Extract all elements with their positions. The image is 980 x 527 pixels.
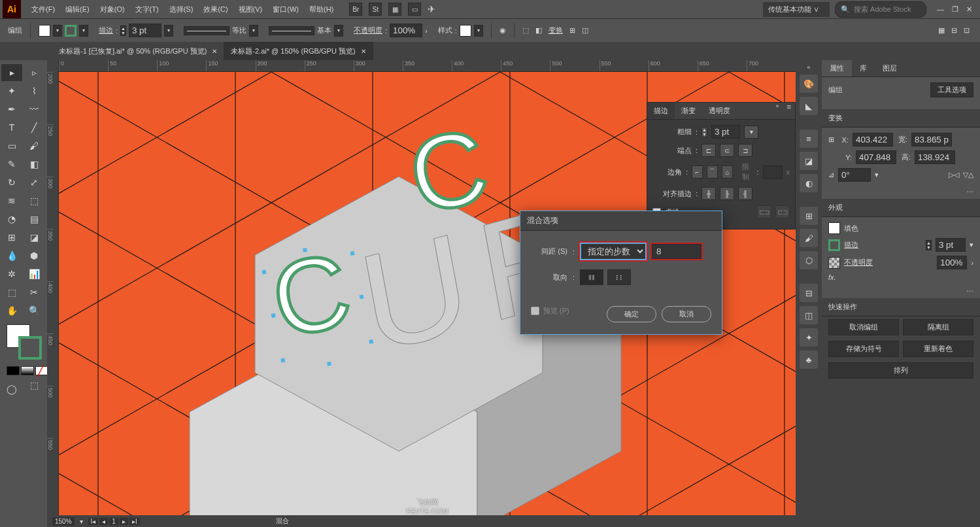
opacity-val[interactable] bbox=[937, 256, 967, 269]
cap-square[interactable]: ⊐ bbox=[738, 144, 752, 157]
orient-path[interactable]: ⫶⫶ bbox=[607, 269, 631, 285]
panel-toggle-icon[interactable]: ▦ bbox=[938, 26, 945, 35]
align-outside[interactable]: ╢ bbox=[738, 187, 752, 200]
rectangle-tool[interactable]: ▭ bbox=[1, 137, 22, 154]
rotate-tool[interactable]: ↻ bbox=[1, 174, 22, 191]
flip-h-icon[interactable]: ▷◁ bbox=[949, 171, 959, 179]
brush-dd[interactable]: ▾ bbox=[334, 25, 343, 37]
panel-collapse-icon[interactable]: » bbox=[772, 103, 783, 119]
fill-stroke-swatch[interactable] bbox=[7, 324, 41, 361]
recolor-button[interactable]: 重新着色 bbox=[903, 341, 973, 357]
restore-icon[interactable]: ❐ bbox=[952, 5, 958, 14]
pager[interactable]: I◂◂1▸▸I bbox=[88, 518, 140, 525]
stroke-swatch[interactable] bbox=[828, 239, 840, 251]
flip-v-icon[interactable]: ▽△ bbox=[963, 171, 973, 179]
preview-checkbox[interactable]: 预览 (P) bbox=[531, 306, 569, 316]
recolor-icon[interactable]: ◉ bbox=[499, 26, 506, 35]
stroke-down[interactable]: ▼ bbox=[121, 31, 126, 35]
align-center[interactable]: ╫ bbox=[701, 187, 716, 200]
x-input[interactable] bbox=[853, 133, 893, 146]
angle-dd[interactable]: ▾ bbox=[875, 171, 879, 179]
opacity-input[interactable] bbox=[390, 24, 422, 37]
arrange-icon[interactable]: ▦ bbox=[388, 3, 401, 16]
transparency-panel-icon[interactable]: ◐ bbox=[800, 174, 818, 192]
fill-swatch[interactable] bbox=[39, 25, 50, 37]
graph-tool[interactable]: 📊 bbox=[24, 265, 44, 282]
isolate-button[interactable]: 隔离组 bbox=[903, 319, 973, 335]
profile-dd[interactable]: ▾ bbox=[249, 25, 258, 37]
stroke-up[interactable]: ▲ bbox=[121, 26, 126, 31]
curvature-tool[interactable]: 〰 bbox=[24, 101, 44, 118]
spacing-select[interactable]: 指定的步数 bbox=[580, 243, 647, 260]
opacity-label[interactable]: 不透明度 bbox=[354, 26, 382, 35]
stroke-weight[interactable] bbox=[936, 238, 966, 252]
cancel-button[interactable]: 取消 bbox=[662, 306, 711, 322]
direct-selection-tool[interactable]: ▹ bbox=[24, 64, 44, 81]
save-symbol-button[interactable]: 存储为符号 bbox=[828, 341, 899, 357]
w-input[interactable] bbox=[911, 133, 952, 146]
weight-down[interactable]: ▼ bbox=[702, 132, 707, 137]
panel-col-icon[interactable]: ⊡ bbox=[964, 26, 970, 35]
ok-button[interactable]: 确定 bbox=[607, 306, 656, 322]
appearance-panel-icon[interactable]: ♣ bbox=[800, 350, 818, 369]
join-miter[interactable]: ⌐ bbox=[692, 165, 703, 178]
swatches-panel-icon[interactable]: ⊞ bbox=[800, 207, 818, 225]
gradient-panel-icon[interactable]: ◪ bbox=[800, 152, 818, 170]
workspace-select[interactable]: 传统基本功能 ∨ bbox=[763, 2, 830, 17]
close-tab-icon[interactable]: ✕ bbox=[212, 48, 217, 55]
transparency-tab[interactable]: 透明度 bbox=[702, 103, 737, 119]
magic-wand-tool[interactable]: ✦ bbox=[1, 82, 22, 99]
fx-button[interactable]: fx. bbox=[828, 273, 836, 281]
ruler-horizontal[interactable]: 0501001502002503003504004505005506006507… bbox=[47, 60, 796, 72]
shape-icon[interactable]: ◫ bbox=[582, 26, 588, 35]
style-swatch[interactable] bbox=[460, 25, 471, 37]
stroke-swatch[interactable] bbox=[65, 25, 76, 37]
weight-dd[interactable]: ▾ bbox=[744, 126, 758, 139]
screen-mode[interactable]: ⬚ bbox=[24, 377, 44, 394]
eyedropper-tool[interactable]: 💧 bbox=[1, 247, 22, 264]
stroke-dd[interactable]: ▾ bbox=[970, 241, 973, 249]
layout-icon[interactable]: ▭ bbox=[408, 3, 421, 16]
angle-input[interactable] bbox=[838, 168, 871, 182]
gradient-mode[interactable] bbox=[21, 366, 34, 375]
minimize-icon[interactable]: — bbox=[937, 5, 944, 14]
publish-icon[interactable]: ✈ bbox=[428, 4, 435, 14]
symbols-panel-icon[interactable]: ⬡ bbox=[800, 251, 818, 269]
transform-panel-icon[interactable]: ✦ bbox=[800, 328, 818, 347]
stroke-weight-dd[interactable]: ▾ bbox=[164, 25, 173, 37]
appearance-more[interactable]: … bbox=[966, 285, 973, 293]
align-inside[interactable]: ╟ bbox=[720, 187, 734, 200]
menu-effect[interactable]: 效果(C) bbox=[198, 0, 233, 18]
panel-tab-library[interactable]: 库 bbox=[852, 60, 875, 76]
doc-tab-2[interactable]: 未标题-2.ai* @ 150% (RGB/GPU 预览)✕ bbox=[224, 42, 373, 60]
stroke-label[interactable]: 描边 bbox=[99, 26, 113, 35]
stroke-up[interactable]: ▲ bbox=[926, 241, 931, 245]
type-tool[interactable]: T bbox=[1, 119, 22, 136]
stroke-down[interactable]: ▼ bbox=[926, 245, 931, 250]
opacity-dd[interactable]: › bbox=[425, 27, 428, 35]
lasso-tool[interactable]: ⌇ bbox=[24, 82, 44, 99]
gradient-tab[interactable]: 渐变 bbox=[675, 103, 702, 119]
close-icon[interactable]: ✕ bbox=[966, 5, 972, 14]
close-tab-icon[interactable]: ✕ bbox=[361, 48, 366, 55]
brushes-panel-icon[interactable]: 🖌 bbox=[800, 229, 818, 247]
gradient-tool[interactable]: ◪ bbox=[24, 229, 44, 246]
width-tool[interactable]: ≋ bbox=[1, 192, 22, 209]
align-panel-icon[interactable]: ⊟ bbox=[800, 284, 818, 302]
cap-butt[interactable]: ⊏ bbox=[701, 144, 716, 157]
scale-tool[interactable]: ⤢ bbox=[24, 174, 44, 191]
zoom-dd[interactable]: ▾ bbox=[80, 518, 83, 525]
shaper-tool[interactable]: ✎ bbox=[1, 156, 22, 173]
zoom-tool[interactable]: 🔍 bbox=[24, 302, 44, 319]
pen-tool[interactable]: ✒ bbox=[1, 101, 22, 118]
opacity-dd[interactable]: › bbox=[971, 259, 973, 267]
panel-menu-icon[interactable]: ≡ bbox=[783, 103, 795, 119]
menu-view[interactable]: 视图(V) bbox=[233, 0, 268, 18]
spacing-value-input[interactable] bbox=[652, 244, 701, 259]
fill-dd[interactable]: ▾ bbox=[53, 25, 62, 37]
menu-help[interactable]: 帮助(H) bbox=[304, 0, 339, 18]
symbol-sprayer-tool[interactable]: ✲ bbox=[1, 265, 22, 282]
align-icon[interactable]: ⊞ bbox=[569, 26, 575, 35]
draw-normal[interactable]: ◯ bbox=[1, 381, 22, 398]
stock-icon[interactable]: St bbox=[369, 3, 382, 16]
